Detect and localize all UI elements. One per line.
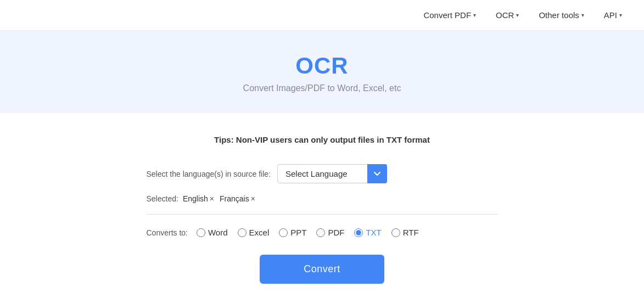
radio-excel-input[interactable] (238, 228, 247, 237)
language-select-label: Select the language(s) in source file: (147, 170, 271, 178)
language-select-row: Select the language(s) in source file: S… (147, 164, 498, 183)
main-content: Tips: Non-VIP users can only output file… (136, 113, 509, 292)
remove-francais-button[interactable]: × (251, 194, 255, 203)
lang-tag-english: English × (183, 194, 214, 203)
tips-text: Tips: Non-VIP users can only output file… (214, 135, 430, 144)
chevron-down-icon: ▾ (516, 12, 519, 18)
nav-api[interactable]: API ▾ (604, 10, 622, 20)
remove-english-button[interactable]: × (210, 194, 214, 203)
nav-convert-pdf[interactable]: Convert PDF ▾ (423, 10, 476, 20)
radio-word[interactable]: Word (197, 228, 228, 237)
converts-to-row: Converts to: Word Excel PPT PDF TXT (147, 228, 498, 237)
selected-label: Selected: (147, 194, 178, 203)
radio-ppt[interactable]: PPT (279, 228, 306, 237)
chevron-down-icon: ▾ (473, 12, 476, 18)
radio-rtf-input[interactable] (391, 228, 400, 237)
radio-pdf[interactable]: PDF (316, 228, 344, 237)
radio-rtf-label: RTF (403, 228, 419, 237)
output-format-radio-group: Word Excel PPT PDF TXT RTF (197, 228, 419, 237)
nav-other-tools[interactable]: Other tools ▾ (539, 10, 584, 20)
radio-pdf-input[interactable] (316, 228, 325, 237)
lang-tag-francais-name: Français (220, 194, 249, 203)
radio-rtf[interactable]: RTF (391, 228, 419, 237)
radio-word-input[interactable] (197, 228, 205, 237)
nav-ocr-label: OCR (496, 10, 514, 20)
page-title: OCR (11, 53, 633, 79)
radio-ppt-label: PPT (290, 228, 306, 237)
selected-languages-row: Selected: English × Français × (147, 194, 498, 215)
chevron-down-icon: ▾ (619, 12, 622, 18)
radio-excel-label: Excel (249, 228, 270, 237)
convert-button-wrapper: Convert (147, 255, 498, 284)
chevron-down-icon: ▾ (581, 12, 584, 18)
navbar: Convert PDF ▾ OCR ▾ Other tools ▾ API ▾ (0, 0, 644, 31)
lang-tag-francais: Français × (220, 194, 255, 203)
radio-ppt-input[interactable] (279, 228, 288, 237)
radio-txt-label: TXT (366, 228, 381, 237)
nav-other-tools-label: Other tools (539, 10, 579, 20)
language-select-wrapper: Select Language English Français Spanish… (277, 164, 387, 183)
radio-pdf-label: PDF (328, 228, 344, 237)
nav-convert-pdf-label: Convert PDF (423, 10, 471, 20)
hero-section: OCR Convert Images/PDF to Word, Excel, e… (0, 31, 644, 113)
convert-button[interactable]: Convert (260, 255, 384, 284)
nav-api-label: API (604, 10, 617, 20)
radio-txt[interactable]: TXT (354, 228, 381, 237)
nav-ocr[interactable]: OCR ▾ (496, 10, 519, 20)
radio-excel[interactable]: Excel (238, 228, 270, 237)
language-select[interactable]: Select Language English Français Spanish… (277, 164, 387, 183)
radio-word-label: Word (208, 228, 228, 237)
radio-txt-input[interactable] (354, 228, 363, 237)
page-subtitle: Convert Images/PDF to Word, Excel, etc (11, 83, 633, 93)
converts-to-label: Converts to: (147, 228, 188, 237)
tips-bar: Tips: Non-VIP users can only output file… (147, 135, 498, 144)
lang-tag-english-name: English (183, 194, 208, 203)
